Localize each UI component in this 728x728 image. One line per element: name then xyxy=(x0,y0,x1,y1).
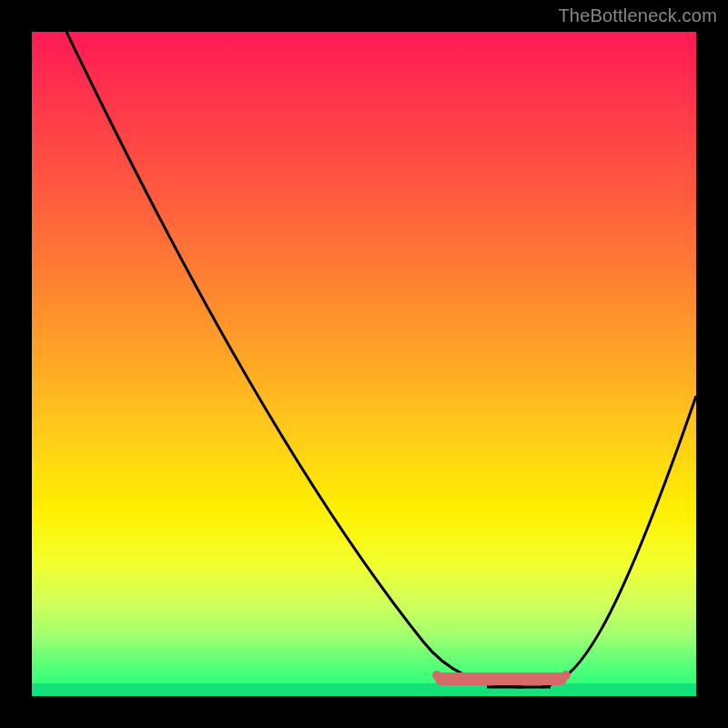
highlight-dot-left xyxy=(432,671,441,680)
curve-right-branch xyxy=(541,396,696,687)
plot-area xyxy=(32,32,696,696)
chart-frame: TheBottleneck.com xyxy=(0,0,728,728)
highlight-segment xyxy=(435,672,567,685)
watermark-text: TheBottleneck.com xyxy=(558,5,717,26)
curve-left-branch xyxy=(66,32,523,687)
bottleneck-curve xyxy=(32,32,696,696)
highlight-dot-right xyxy=(561,671,571,680)
